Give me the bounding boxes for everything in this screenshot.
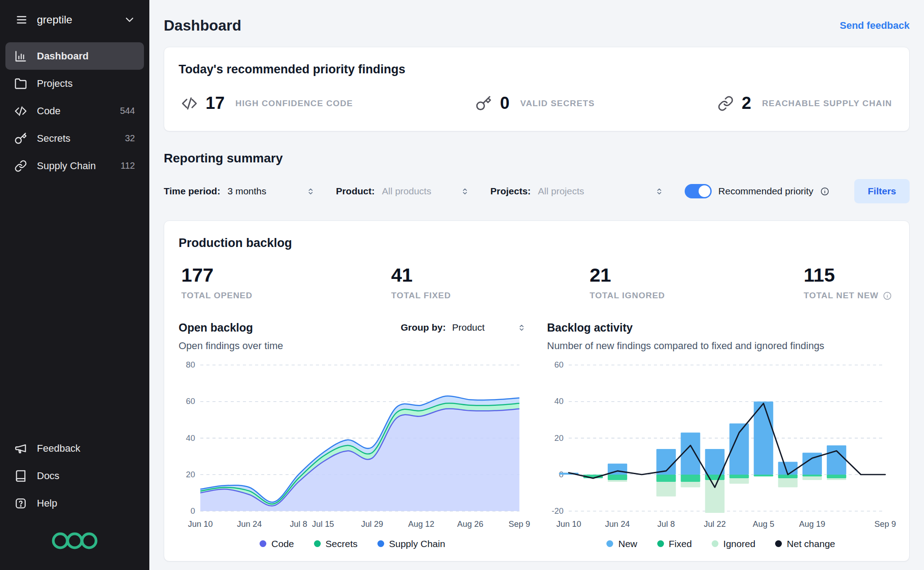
sidebar-item-help[interactable]: Help <box>5 489 144 517</box>
key-icon <box>14 132 27 145</box>
send-feedback-link[interactable]: Send feedback <box>840 20 910 31</box>
page-header: Dashboard Send feedback <box>149 0 924 47</box>
recommended-priority-toggle[interactable] <box>685 184 712 198</box>
sidebar-item-projects[interactable]: Projects <box>5 70 144 97</box>
stat-value: 2 <box>742 94 751 113</box>
toggle-knob <box>699 185 710 197</box>
stat-total-fixed: 41 TOTAL FIXED <box>391 265 451 301</box>
help-icon <box>14 497 27 510</box>
legend-dot <box>314 540 321 547</box>
info-icon[interactable] <box>820 187 830 196</box>
legend-label: Supply Chain <box>389 539 445 549</box>
sidebar-item-docs[interactable]: Docs <box>5 462 144 489</box>
priority-findings-card: Today's recommended priority findings 17… <box>164 47 910 131</box>
recommended-priority-control: Recommended priority <box>685 184 830 198</box>
group-by-control: Group by: Product <box>401 322 526 333</box>
stat-label: VALID SECRETS <box>520 99 595 108</box>
stat-total-ignored: 21 TOTAL IGNORED <box>590 265 665 301</box>
sidebar-nav: Dashboard Projects Code 544 Secrets <box>0 36 149 180</box>
svg-text:40: 40 <box>186 433 195 443</box>
svg-text:Sep 9: Sep 9 <box>875 519 896 529</box>
svg-text:Jul 8: Jul 8 <box>657 519 675 529</box>
legend-dot <box>657 540 664 547</box>
legend-dot <box>712 540 718 547</box>
product-filter: Product: All products <box>336 186 470 197</box>
product-select[interactable]: All products <box>382 186 470 197</box>
svg-text:Jul 15: Jul 15 <box>312 519 334 529</box>
chevron-down-icon[interactable] <box>123 13 136 26</box>
content: Today's recommended priority findings 17… <box>149 47 924 570</box>
key-icon <box>475 95 492 112</box>
open-backlog-title: Open backlog <box>179 321 253 334</box>
projects-select[interactable]: All projects <box>538 186 664 197</box>
menu-icon[interactable] <box>15 13 28 26</box>
stat-valid-secrets: 0 VALID SECRETS <box>475 94 595 113</box>
legend-label: Ignored <box>723 539 755 549</box>
legend-item-code: Code <box>260 539 294 549</box>
svg-text:20: 20 <box>554 433 563 443</box>
sidebar-item-code[interactable]: Code 544 <box>5 97 144 125</box>
count-badge: 544 <box>120 106 135 116</box>
bar-chart-icon <box>14 50 27 63</box>
priority-card-title: Today's recommended priority findings <box>179 63 895 76</box>
filters-button[interactable]: Filters <box>854 179 910 203</box>
sidebar-item-dashboard[interactable]: Dashboard <box>5 42 144 70</box>
svg-text:60: 60 <box>186 396 195 406</box>
projects-filter: Projects: All projects <box>490 186 664 197</box>
time-period-select[interactable]: 3 months <box>228 186 315 197</box>
time-period-label: Time period: <box>164 186 220 197</box>
stat-label: HIGH CONFIDENCE CODE <box>235 99 353 108</box>
stat-value: 21 <box>590 265 665 285</box>
svg-text:40: 40 <box>554 396 563 406</box>
stat-label: TOTAL IGNORED <box>590 291 665 301</box>
legend-item-secrets: Secrets <box>314 539 358 549</box>
stat-value: 177 <box>181 265 252 285</box>
svg-text:Jul 8: Jul 8 <box>290 519 307 529</box>
open-backlog-legend: Code Secrets Supply Chain <box>179 539 526 549</box>
projects-value: All projects <box>538 186 584 197</box>
backlog-activity-title: Backlog activity <box>547 321 632 334</box>
code-icon <box>181 95 197 112</box>
reporting-summary-title: Reporting summary <box>164 151 910 166</box>
backlog-stats: 177 TOTAL OPENED 41 TOTAL FIXED 21 TOTAL… <box>179 265 895 301</box>
svg-text:Aug 5: Aug 5 <box>753 519 774 529</box>
legend-dot <box>775 540 782 547</box>
filters-row: Time period: 3 months Product: All produ… <box>164 179 910 203</box>
sidebar-item-supply-chain[interactable]: Supply Chain 112 <box>5 152 144 180</box>
production-backlog-card: Production backlog 177 TOTAL OPENED 41 T… <box>164 220 910 561</box>
sidebar: greptile Dashboard Projects <box>0 0 149 570</box>
backlog-activity-legend: New Fixed Ignored <box>547 539 895 549</box>
sidebar-item-feedback[interactable]: Feedback <box>5 435 144 462</box>
svg-text:20: 20 <box>186 470 195 479</box>
group-by-select[interactable]: Product <box>452 322 526 333</box>
sidebar-item-secrets[interactable]: Secrets 32 <box>5 125 144 152</box>
legend-item-supply-chain: Supply Chain <box>377 539 445 549</box>
legend-label: Code <box>271 539 294 549</box>
stat-value: 0 <box>500 94 509 113</box>
svg-text:60: 60 <box>554 360 563 369</box>
backlog-activity-subtitle: Number of new findings compared to fixed… <box>547 340 895 352</box>
svg-text:Aug 19: Aug 19 <box>799 519 825 529</box>
time-period-filter: Time period: 3 months <box>164 186 315 197</box>
sidebar-item-label: Dashboard <box>37 50 89 62</box>
megaphone-icon <box>14 442 27 455</box>
legend-dot <box>377 540 384 547</box>
sidebar-item-label: Docs <box>37 470 59 482</box>
backlog-activity-chart: -200204060Jun 10Jun 24Jul 8Jul 22Aug 5Au… <box>547 357 895 531</box>
unfold-icon <box>306 187 315 196</box>
time-period-value: 3 months <box>228 186 266 197</box>
unfold-icon <box>517 323 526 332</box>
folder-icon <box>14 77 27 90</box>
org-switcher[interactable]: greptile <box>0 0 149 36</box>
stat-reachable-supply-chain: 2 REACHABLE SUPPLY CHAIN <box>718 94 892 113</box>
legend-label: New <box>618 539 637 549</box>
svg-text:Jun 24: Jun 24 <box>237 519 262 529</box>
product-label: Product: <box>336 186 375 197</box>
recommended-priority-label: Recommended priority <box>718 186 813 197</box>
group-by-value: Product <box>452 322 484 333</box>
info-icon[interactable] <box>883 291 892 301</box>
svg-text:Jun 10: Jun 10 <box>188 519 213 529</box>
svg-text:0: 0 <box>191 506 195 516</box>
count-badge: 32 <box>125 133 135 144</box>
stat-value: 17 <box>206 94 224 113</box>
